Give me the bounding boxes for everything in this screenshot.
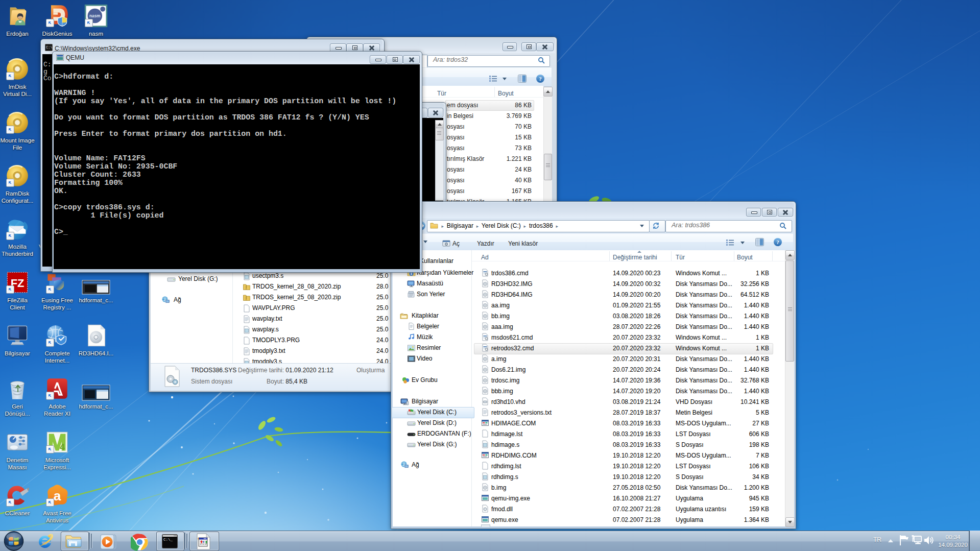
- svg-text:?: ?: [539, 76, 542, 82]
- svg-text:C:\_: C:\_: [163, 538, 173, 542]
- svg-text:a: a: [54, 488, 61, 504]
- svg-text:C:\: C:\: [46, 45, 53, 50]
- svg-text:?: ?: [776, 239, 779, 245]
- svg-text:nasm: nasm: [89, 14, 100, 18]
- svg-text:4: 4: [60, 442, 65, 452]
